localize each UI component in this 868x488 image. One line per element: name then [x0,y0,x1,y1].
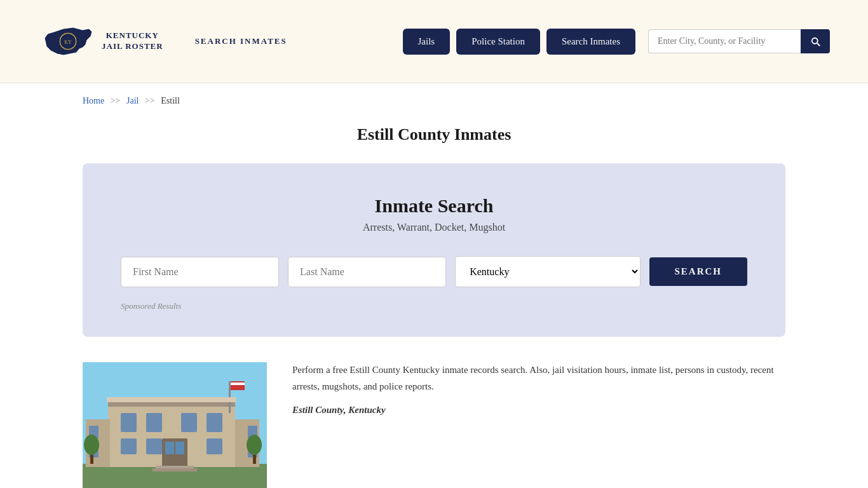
site-title-link[interactable]: SEARCH INMATES [195,36,287,46]
site-header: KY KENTUCKY JAIL ROSTER SEARCH INMATES J… [0,0,868,83]
logo-text: KENTUCKY JAIL ROSTER [102,30,163,52]
sponsored-results-label: Sponsored Results [121,301,747,311]
breadcrumb-jail-link[interactable]: Jail [126,96,139,105]
svg-rect-7 [121,413,137,432]
svg-rect-10 [207,413,222,432]
breadcrumb-current: Estill [161,96,180,105]
building-image [83,362,267,488]
header-search-button[interactable] [801,29,830,53]
svg-rect-8 [146,413,162,432]
svg-rect-12 [146,438,162,454]
svg-rect-29 [107,397,236,402]
inmate-search-title: Inmate Search [121,195,747,217]
inmate-search-subtitle: Arrests, Warrant, Docket, Mugshot [121,222,747,233]
content-description: Perform a free Estill County Kentucky in… [292,362,785,426]
search-button[interactable]: SEARCH [649,257,748,286]
svg-rect-20 [231,385,245,388]
header-search-input[interactable] [648,29,801,53]
breadcrumb-home-link[interactable]: Home [83,96,104,105]
main-nav: Jails Police Station Search Inmates [403,29,830,55]
police-station-button[interactable]: Police Station [456,29,540,55]
svg-point-31 [84,435,99,455]
svg-point-33 [247,435,262,455]
svg-rect-9 [181,413,197,432]
breadcrumb-sep2: >> [145,96,155,105]
inmate-search-section: Inmate Search Arrests, Warrant, Docket, … [83,163,785,337]
svg-rect-15 [165,442,174,454]
state-select[interactable]: AlabamaAlaskaArizonaArkansasCaliforniaCo… [455,256,640,287]
svg-rect-19 [231,383,245,385]
logo-link[interactable]: KY KENTUCKY JAIL ROSTER [38,13,163,70]
content-area: Perform a free Estill County Kentucky in… [0,337,868,488]
header-search-bar [648,29,830,53]
svg-rect-16 [175,442,184,454]
svg-rect-11 [121,438,137,454]
breadcrumb: Home >> Jail >> Estill [0,83,868,119]
first-name-input[interactable] [121,257,279,287]
svg-text:KY: KY [64,39,72,45]
search-inmates-button[interactable]: Search Inmates [546,29,635,55]
inmate-search-form: AlabamaAlaskaArizonaArkansasCaliforniaCo… [121,256,747,287]
breadcrumb-sep1: >> [111,96,121,105]
svg-rect-13 [207,438,222,454]
content-paragraph: Perform a free Estill County Kentucky in… [292,362,785,395]
kentucky-logo-icon: KY [38,13,95,70]
building-svg [83,362,267,488]
last-name-input[interactable] [288,257,446,287]
svg-rect-22 [153,468,197,471]
jails-button[interactable]: Jails [403,29,451,55]
page-title: Estill County Inmates [0,125,868,144]
search-icon [810,36,821,47]
county-heading: Estill County, Kentucky [292,402,785,419]
